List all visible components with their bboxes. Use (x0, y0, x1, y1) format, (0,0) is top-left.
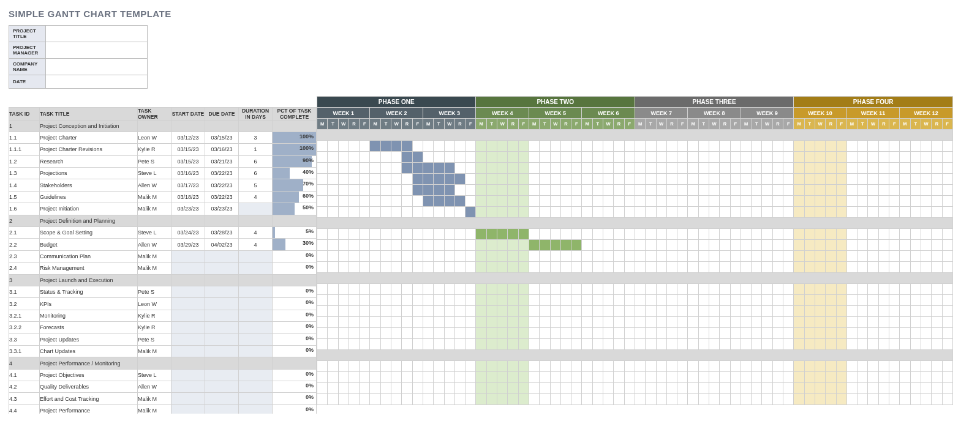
day-cell[interactable] (635, 251, 645, 262)
due-date[interactable]: 03/15/23 (205, 132, 239, 143)
task-row[interactable]: 4Project Performance / Monitoring (9, 357, 317, 369)
day-cell[interactable] (635, 229, 645, 240)
day-cell[interactable] (846, 328, 857, 339)
day-cell[interactable] (508, 185, 518, 196)
day-cell[interactable] (656, 196, 666, 207)
day-cell[interactable] (677, 251, 688, 262)
day-cell[interactable] (635, 306, 645, 317)
day-cell[interactable] (582, 284, 592, 295)
day-cell[interactable] (582, 240, 592, 251)
day-cell[interactable] (666, 141, 677, 152)
day-cell[interactable] (846, 152, 857, 163)
day-cell[interactable] (815, 328, 825, 339)
day-cell[interactable] (656, 174, 666, 185)
day-cell[interactable] (603, 174, 614, 185)
day-cell[interactable] (772, 328, 783, 339)
day-cell[interactable] (804, 317, 815, 328)
day-cell[interactable] (741, 372, 751, 383)
day-cell[interactable] (783, 240, 794, 251)
day-cell[interactable] (846, 284, 857, 295)
day-cell[interactable] (412, 196, 423, 207)
day-cell[interactable] (656, 295, 666, 306)
day-cell[interactable] (910, 317, 921, 328)
due-date[interactable] (205, 393, 239, 404)
day-cell[interactable] (370, 152, 380, 163)
day-cell[interactable] (900, 185, 910, 196)
day-cell[interactable] (846, 262, 857, 273)
day-cell[interactable] (804, 394, 815, 405)
day-cell[interactable] (656, 306, 666, 317)
day-cell[interactable] (423, 317, 433, 328)
day-cell[interactable] (550, 295, 560, 306)
day-cell[interactable] (529, 372, 539, 383)
day-cell[interactable] (794, 383, 804, 394)
day-cell[interactable] (741, 306, 751, 317)
day-cell[interactable] (826, 163, 836, 174)
day-cell[interactable] (741, 361, 751, 372)
day-cell[interactable] (560, 207, 571, 218)
day-cell[interactable] (603, 163, 614, 174)
day-cell[interactable] (942, 174, 952, 185)
gantt-bar-cell[interactable] (423, 185, 433, 196)
day-cell[interactable] (624, 317, 635, 328)
day-cell[interactable] (932, 284, 942, 295)
day-cell[interactable] (592, 196, 603, 207)
day-cell[interactable] (582, 163, 592, 174)
pct-complete[interactable]: 0% (273, 404, 317, 414)
day-cell[interactable] (328, 152, 338, 163)
pct-complete[interactable]: 70% (273, 179, 317, 191)
day-cell[interactable] (508, 196, 518, 207)
due-date[interactable] (205, 250, 239, 262)
day-cell[interactable] (730, 361, 741, 372)
day-cell[interactable] (338, 372, 349, 383)
day-cell[interactable] (666, 328, 677, 339)
day-cell[interactable] (815, 262, 825, 273)
day-cell[interactable] (752, 141, 762, 152)
day-cell[interactable] (709, 394, 719, 405)
day-cell[interactable] (338, 317, 349, 328)
day-cell[interactable] (571, 361, 582, 372)
day-cell[interactable] (688, 328, 698, 339)
day-cell[interactable] (942, 196, 952, 207)
due-date[interactable] (205, 404, 239, 414)
day-cell[interactable] (900, 372, 910, 383)
day-cell[interactable] (550, 361, 560, 372)
day-cell[interactable] (624, 251, 635, 262)
day-cell[interactable] (730, 262, 741, 273)
day-cell[interactable] (794, 251, 804, 262)
day-cell[interactable] (836, 328, 846, 339)
day-cell[interactable] (688, 284, 698, 295)
day-cell[interactable] (826, 141, 836, 152)
day-cell[interactable] (762, 295, 772, 306)
day-cell[interactable] (752, 284, 762, 295)
day-cell[interactable] (794, 372, 804, 383)
day-cell[interactable] (402, 174, 412, 185)
day-cell[interactable] (328, 383, 338, 394)
day-cell[interactable] (910, 196, 921, 207)
day-cell[interactable] (794, 295, 804, 306)
day-cell[interactable] (762, 240, 772, 251)
day-cell[interactable] (402, 328, 412, 339)
day-cell[interactable] (846, 174, 857, 185)
day-cell[interactable] (338, 361, 349, 372)
day-cell[interactable] (910, 262, 921, 273)
day-cell[interactable] (454, 251, 465, 262)
day-cell[interactable] (550, 185, 560, 196)
day-cell[interactable] (815, 372, 825, 383)
day-cell[interactable] (846, 207, 857, 218)
due-date[interactable]: 03/28/23 (205, 227, 239, 239)
day-cell[interactable] (666, 240, 677, 251)
day-cell[interactable] (349, 317, 359, 328)
day-cell[interactable] (698, 141, 709, 152)
day-cell[interactable] (836, 251, 846, 262)
day-cell[interactable] (317, 339, 328, 350)
day-cell[interactable] (380, 306, 391, 317)
day-cell[interactable] (762, 317, 772, 328)
day-cell[interactable] (624, 152, 635, 163)
day-cell[interactable] (846, 372, 857, 383)
day-cell[interactable] (603, 317, 614, 328)
day-cell[interactable] (942, 383, 952, 394)
day-cell[interactable] (772, 295, 783, 306)
day-cell[interactable] (635, 196, 645, 207)
day-cell[interactable] (466, 174, 476, 185)
